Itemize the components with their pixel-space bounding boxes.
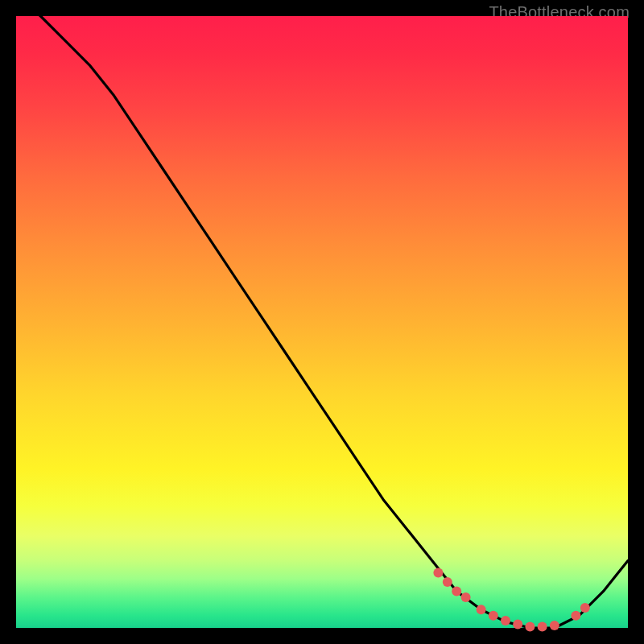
bottleneck-curve <box>16 0 628 628</box>
highlight-dot <box>513 619 522 629</box>
highlight-dot <box>525 622 535 632</box>
chart-frame: TheBottleneck.com <box>0 0 644 644</box>
highlight-dot <box>489 611 498 621</box>
highlight-dot <box>571 611 580 621</box>
highlight-dot <box>550 621 559 630</box>
highlight-dot <box>477 605 486 614</box>
highlight-dot <box>433 568 443 578</box>
curve-layer <box>16 16 628 628</box>
highlight-dot <box>452 586 461 596</box>
highlight-dot <box>443 577 452 587</box>
highlight-dot <box>580 603 590 613</box>
highlight-dot <box>501 616 510 625</box>
plot-area <box>16 16 628 628</box>
highlight-dot <box>461 592 471 602</box>
highlight-dot <box>538 622 547 632</box>
